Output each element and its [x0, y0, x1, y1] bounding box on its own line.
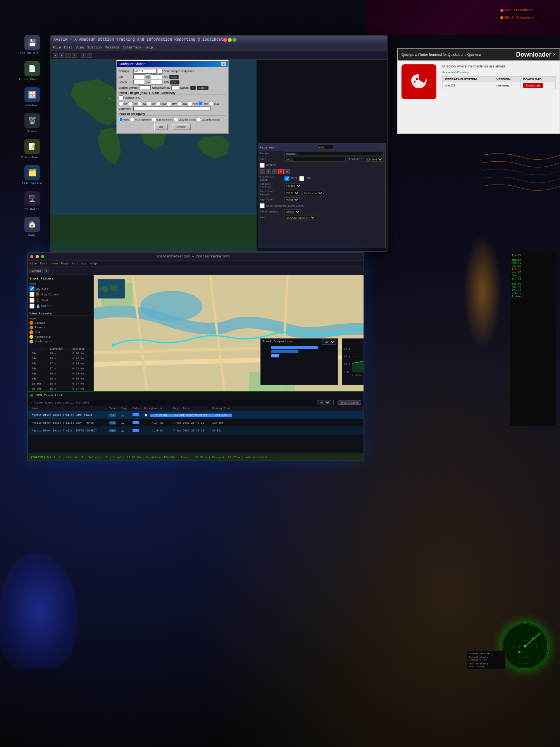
zombie-max-btn[interactable] [41, 255, 44, 258]
show-columns-btn[interactable]: Show Columns [338, 400, 361, 405]
track-list-header: GPS Track List [28, 392, 364, 399]
xastir-window-controls [223, 38, 236, 42]
tb-btn-3[interactable]: ⬆ [65, 53, 71, 58]
ubx-checkbox[interactable] [299, 176, 304, 181]
map-type-select[interactable]: world [284, 197, 300, 202]
filter-all-select[interactable]: All [317, 400, 331, 405]
symbol-x-btn[interactable]: × [190, 86, 196, 90]
menu-page[interactable]: Page [61, 262, 69, 265]
disable-phg-checkbox[interactable] [119, 95, 124, 100]
preset-canada[interactable]: Canada [29, 321, 92, 325]
menu-settings[interactable]: Settings [72, 262, 86, 265]
filter-water[interactable]: 💧 Water [29, 304, 92, 309]
menu-edit[interactable]: Edit [40, 262, 47, 265]
menu-help[interactable]: Help [145, 46, 153, 50]
waypoint-row-6: 50s 15 m 0.35 Km [30, 377, 91, 381]
nmea-checkbox[interactable] [284, 176, 289, 181]
zombie-titlebar: zombietrackergps — ZombieTrackerGPS [28, 253, 364, 261]
tb-zoom-in[interactable]: + [81, 53, 86, 58]
server-input[interactable] [284, 151, 384, 156]
track-row-tufts[interactable]: Mystic River Basin Trails: TUFTS CONNECT… [28, 427, 364, 435]
menu-file[interactable]: File [53, 46, 61, 50]
mode-select[interactable]: SOCKET SERVER [284, 215, 316, 220]
download-macos-btn[interactable]: Download [523, 83, 543, 88]
port-input[interactable] [284, 157, 346, 162]
sidebar-icon-drive[interactable]: 💾 105 GB Vol... [16, 35, 48, 55]
track-row-short[interactable]: Mystic River Basin Trails: SHORT TRACK T… [28, 419, 364, 427]
menu-interface[interactable]: Interface [122, 46, 141, 50]
main-toggle-btn[interactable]: ☰ Main [29, 269, 43, 273]
show-unsaved-checkbox[interactable] [260, 203, 265, 208]
menu-view[interactable]: View [50, 262, 58, 265]
menu-view[interactable]: View [76, 46, 84, 50]
downloader-close-btn[interactable]: × [553, 52, 556, 57]
comparison-all-select[interactable]: All [322, 340, 336, 345]
zombie-close-btn[interactable] [30, 255, 33, 258]
rate-input[interactable] [318, 145, 333, 150]
menu-edit[interactable]: Edit [64, 46, 73, 50]
group-input[interactable] [139, 85, 151, 90]
lat-calc-btn[interactable]: Calc [169, 75, 179, 79]
lon-calc-btn[interactable]: Calc [170, 80, 179, 85]
tb-btn-1[interactable]: ◀ [53, 53, 58, 58]
proto-btn-gpsd[interactable]: G [284, 169, 290, 174]
proto-btn-tcp[interactable]: T [272, 169, 277, 174]
sidebar-icon-windows[interactable]: 🪟 Windows [16, 87, 48, 107]
menu-station[interactable]: Station [87, 46, 102, 50]
datalogging-select[interactable]: Binary [284, 209, 301, 214]
svg-point-43 [532, 638, 534, 639]
filter-clear-btn[interactable]: ✕ [30, 401, 32, 404]
sidebar-icon-linux-cheat[interactable]: 📄 Linux Cheat... [16, 61, 48, 81]
sidebar-icon-home[interactable]: 🏠 Home [16, 217, 48, 237]
pos-format-select[interactable]: DD.D [284, 191, 300, 195]
track-row-long[interactable]: Mystic River Basin Trails: LONG TRACK Tr… [28, 411, 364, 419]
protocol-select[interactable]: TCP IPv4 [364, 157, 384, 162]
console-display-select[interactable]: Parsed [284, 183, 302, 188]
preset-usa[interactable]: USA [29, 330, 92, 334]
lon-min-input[interactable] [151, 80, 162, 85]
preset-washington[interactable]: Washington [29, 340, 92, 343]
zombie-min-btn[interactable] [36, 255, 39, 258]
lat-deg-input[interactable] [133, 74, 145, 79]
send-compressed-checkbox[interactable] [158, 69, 163, 74]
https-checkbox[interactable] [260, 163, 265, 168]
tb-zoom-out[interactable]: − [87, 53, 92, 58]
maximize-btn[interactable] [233, 38, 236, 42]
symbol-input[interactable] [171, 85, 179, 90]
zombie-menubar: File Edit View Page Settings Help [28, 261, 364, 267]
pygps-minimize[interactable] [377, 146, 380, 149]
menu-help[interactable]: Help [90, 262, 97, 265]
menu-message[interactable]: Message [105, 46, 120, 50]
settings-btn[interactable]: ⚙ [44, 269, 49, 273]
preset-france[interactable]: France [29, 326, 92, 330]
lat-min-input[interactable] [151, 74, 162, 79]
configure-cancel-btn[interactable]: Cancel [172, 124, 191, 130]
waypoint-row-1: 00s 19 m 0.00 Km [30, 352, 91, 356]
pygps-close[interactable] [381, 146, 384, 149]
menu-file[interactable]: File [29, 262, 37, 265]
proto-btn-file[interactable]: F [278, 169, 284, 174]
configure-dialog-close[interactable]: × [221, 62, 226, 66]
preset-minnesota[interactable]: Minnesota [29, 335, 92, 339]
tb-btn-2[interactable]: ▶ [59, 53, 64, 58]
sidebar-icon-pcnotes[interactable]: 🖥️ PC Notes [16, 191, 48, 211]
tb-btn-4[interactable]: ⬇ [72, 53, 77, 58]
proto-btn-usb[interactable]: U [260, 169, 265, 174]
station-symbol-row: Station Symbol Group/over-lay Symbol × S… [119, 85, 226, 90]
metric-select[interactable]: Metric uns [302, 191, 324, 195]
sidebar-icon-note[interactable]: 📝 Note-iCom... [16, 139, 48, 159]
sidebar-icon-filesystem[interactable]: 🗂️ File System [16, 165, 48, 185]
filter-foot[interactable]: 🚶 Foot [29, 298, 92, 303]
comment-input[interactable] [133, 106, 211, 111]
close-btn[interactable] [223, 38, 227, 42]
filter-bike[interactable]: 🚲 Bike [29, 286, 92, 291]
sidebar-icon-trash[interactable]: 🗑️ Trash [16, 113, 48, 133]
minimize-btn[interactable] [228, 38, 232, 42]
callsign-input[interactable] [133, 69, 157, 74]
filter-big-climbs[interactable]: 🧗 Big Climbs [29, 292, 92, 297]
proto-btn-smart[interactable]: S [266, 169, 271, 174]
configure-ok-btn[interactable]: OK [154, 124, 168, 130]
select-symbol-btn[interactable]: Select [197, 86, 208, 90]
svg-text:10 m: 10 m [344, 363, 350, 366]
lon-deg-input[interactable] [133, 80, 145, 85]
